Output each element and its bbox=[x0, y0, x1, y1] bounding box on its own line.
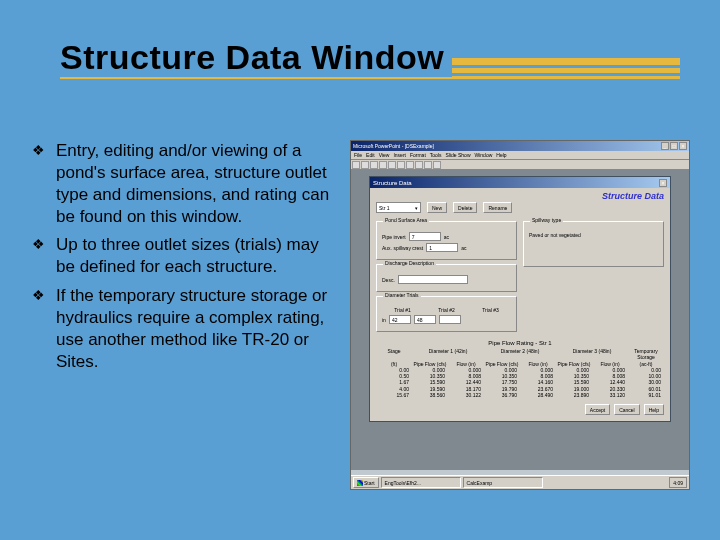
trial2-label: Trial #2 bbox=[438, 307, 455, 313]
close-icon[interactable]: × bbox=[659, 179, 667, 187]
menu-item[interactable]: View bbox=[379, 152, 390, 158]
maximize-icon[interactable]: □ bbox=[670, 142, 678, 150]
accept-button[interactable]: Accept bbox=[585, 404, 610, 415]
col-d3: Diameter 3 (48in) bbox=[556, 348, 628, 361]
taskbar-item[interactable]: CalcExamp bbox=[463, 477, 543, 488]
col-stage: Stage bbox=[376, 348, 412, 361]
bullet-item: ❖ If the temporary structure storage or … bbox=[32, 285, 342, 373]
desc-label: Desc. bbox=[382, 277, 395, 283]
table-cell: 33.120 bbox=[592, 392, 628, 398]
new-button[interactable]: New bbox=[427, 202, 447, 213]
group-title: Diameter Trials bbox=[383, 292, 421, 298]
toolbar-button[interactable] bbox=[406, 161, 414, 169]
start-label: Start bbox=[364, 480, 375, 486]
rename-button[interactable]: Rename bbox=[483, 202, 512, 213]
discharge-group: Discharge Description Desc. bbox=[376, 264, 517, 292]
toolbar-button[interactable] bbox=[397, 161, 405, 169]
toolbar-button[interactable] bbox=[379, 161, 387, 169]
menu-item[interactable]: Window bbox=[475, 152, 493, 158]
bullet-item: ❖ Up to three outlet sizes (trials) may … bbox=[32, 234, 342, 278]
toolbar-button[interactable] bbox=[352, 161, 360, 169]
system-tray: 4:09 bbox=[669, 477, 687, 488]
outer-window-titlebar: Microsoft PowerPoint - [DSExample] _ □ × bbox=[351, 141, 689, 151]
bullet-icon: ❖ bbox=[32, 234, 56, 278]
table-row: 15.6738.56030.12236.79028.49023.89033.12… bbox=[376, 392, 664, 398]
bullet-text: Up to three outlet sizes (trials) may be… bbox=[56, 234, 342, 278]
table-cell: 15.67 bbox=[376, 392, 412, 398]
embedded-screenshot: Microsoft PowerPoint - [DSExample] _ □ ×… bbox=[350, 140, 690, 490]
dialog-header-label: Structure Data bbox=[602, 191, 664, 201]
bullet-text: If the temporary structure storage or hy… bbox=[56, 285, 342, 373]
bullet-list: ❖ Entry, editing and/or viewing of a pon… bbox=[32, 140, 342, 379]
menu-item[interactable]: Slide Show bbox=[445, 152, 470, 158]
pond-surface-group: Pond Surface Area Pipe invert 7 ac Aux. … bbox=[376, 221, 517, 260]
chevron-down-icon: ▾ bbox=[415, 205, 418, 211]
rating-title: Pipe Flow Rating - Str 1 bbox=[376, 340, 664, 346]
bullet-icon: ❖ bbox=[32, 140, 56, 228]
spillway-value: Paved or not vegetated bbox=[529, 232, 581, 238]
rating-table: Stage Diameter 1 (42in) Diameter 2 (48in… bbox=[376, 348, 664, 398]
clock: 4:09 bbox=[673, 480, 683, 486]
toolbar-button[interactable] bbox=[424, 161, 432, 169]
minimize-icon[interactable]: _ bbox=[661, 142, 669, 150]
bullet-icon: ❖ bbox=[32, 285, 56, 373]
pipe-invert-label: Pipe invert bbox=[382, 234, 406, 240]
menu-item[interactable]: Edit bbox=[366, 152, 375, 158]
aux-spillway-input[interactable]: 1 bbox=[426, 243, 458, 252]
trial3-input[interactable] bbox=[439, 315, 461, 324]
unit-label: ac bbox=[461, 245, 466, 251]
menu-item[interactable]: Format bbox=[410, 152, 426, 158]
structure-dropdown[interactable]: Str 1 ▾ bbox=[376, 202, 421, 213]
col-d1: Diameter 1 (42in) bbox=[412, 348, 484, 361]
cancel-button[interactable]: Cancel bbox=[614, 404, 640, 415]
menu-item[interactable]: Insert bbox=[393, 152, 406, 158]
slide-title: Structure Data Window bbox=[60, 38, 452, 77]
trial1-input[interactable]: 42 bbox=[389, 315, 411, 324]
slide-title-area: Structure Data Window bbox=[60, 38, 680, 77]
group-title: Discharge Description bbox=[383, 260, 436, 266]
group-title: Pond Surface Area bbox=[383, 217, 429, 223]
toolbar-button[interactable] bbox=[370, 161, 378, 169]
toolbar-button[interactable] bbox=[415, 161, 423, 169]
spillway-type-group: Spillway type Paved or not vegetated bbox=[523, 221, 664, 267]
menu-item[interactable]: Tools bbox=[430, 152, 442, 158]
help-button[interactable]: Help bbox=[644, 404, 664, 415]
table-header-row: Stage Diameter 1 (42in) Diameter 2 (48in… bbox=[376, 348, 664, 361]
diameter-trials-group: Diameter Trials Trial #1 Trial #2 Trial … bbox=[376, 296, 517, 332]
pipe-invert-input[interactable]: 7 bbox=[409, 232, 441, 241]
windows-icon bbox=[357, 480, 363, 486]
start-button[interactable]: Start bbox=[353, 477, 379, 488]
trial3-label: Trial #3 bbox=[482, 307, 499, 313]
toolbar-button[interactable] bbox=[388, 161, 396, 169]
table-cell: 38.560 bbox=[412, 392, 448, 398]
toolbar-button[interactable] bbox=[433, 161, 441, 169]
bullet-text: Entry, editing and/or viewing of a pond'… bbox=[56, 140, 342, 228]
outer-window-title: Microsoft PowerPoint - [DSExample] bbox=[353, 143, 434, 149]
menu-item[interactable]: File bbox=[354, 152, 362, 158]
table-cell: 30.122 bbox=[448, 392, 484, 398]
window-controls: _ □ × bbox=[661, 142, 687, 150]
desc-input[interactable] bbox=[398, 275, 468, 284]
unit-label: ac bbox=[444, 234, 449, 240]
toolbar-button[interactable] bbox=[361, 161, 369, 169]
taskbar-item[interactable]: EngTools\Efh2... bbox=[381, 477, 461, 488]
toolbar bbox=[351, 160, 689, 170]
menu-bar: File Edit View Insert Format Tools Slide… bbox=[351, 151, 689, 160]
dialog-title: Structure Data bbox=[373, 180, 412, 186]
table-cell: 36.790 bbox=[484, 392, 520, 398]
col-storage: Temporary Storage bbox=[628, 348, 664, 361]
menu-item[interactable]: Help bbox=[496, 152, 506, 158]
close-icon[interactable]: × bbox=[679, 142, 687, 150]
col-d2: Diameter 2 (48in) bbox=[484, 348, 556, 361]
taskbar: Start EngTools\Efh2... CalcExamp 4:09 bbox=[351, 475, 689, 489]
outer-window-body: Structure Data × Structure Data Str 1 ▾ … bbox=[351, 170, 689, 470]
dropdown-value: Str 1 bbox=[379, 205, 390, 211]
table-cell: 91.01 bbox=[628, 392, 664, 398]
group-title: Spillway type bbox=[530, 217, 563, 223]
trial2-input[interactable]: 48 bbox=[414, 315, 436, 324]
table-cell: 23.890 bbox=[556, 392, 592, 398]
diameter-unit: in bbox=[382, 317, 386, 323]
table-cell: 28.490 bbox=[520, 392, 556, 398]
delete-button[interactable]: Delete bbox=[453, 202, 477, 213]
aux-spillway-label: Aux. spillway crest bbox=[382, 245, 423, 251]
